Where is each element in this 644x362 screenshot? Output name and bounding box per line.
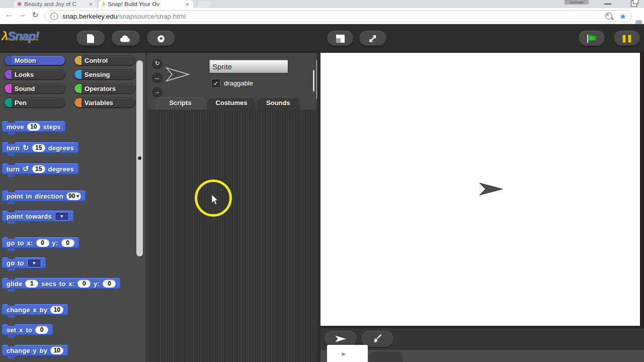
profile-chip[interactable]: Samuel [565, 0, 589, 5]
block-input[interactable]: 0 [77, 280, 91, 288]
sprite-name-input[interactable] [209, 59, 288, 73]
block-label: go to [7, 259, 24, 267]
browser-tab-snap[interactable]: λSnap! Build Your Ov× [99, 0, 193, 8]
block-dropdown-menu[interactable]: ▾ [55, 212, 69, 221]
category-looks[interactable]: Looks [4, 69, 65, 79]
block-dropdown-menu[interactable]: ▾ [27, 259, 41, 267]
palette-block-go-to-xy[interactable]: go to x:0y:0 [2, 237, 79, 249]
block-input[interactable]: 0 [103, 280, 116, 288]
palette-block-change-y-by[interactable]: change y by10 [2, 344, 68, 356]
block-dropdown-input[interactable]: 90▾ [66, 192, 81, 200]
palette-block-go-to[interactable]: go to▾ [2, 257, 46, 269]
browser-tab-bjc[interactable]: ❊Beauty and Joy of C× [14, 0, 97, 8]
block-label: y: [94, 280, 100, 288]
palette-block-point-in-direction[interactable]: point in direction90▾ [2, 190, 86, 202]
palette-block-point-towards[interactable]: point towards▾ [2, 210, 74, 222]
green-flag-icon [586, 34, 597, 43]
block-label: turn [7, 165, 20, 173]
block-input[interactable]: 10 [50, 346, 63, 354]
block-input[interactable]: 10 [27, 123, 40, 131]
category-sensing[interactable]: Sensing [74, 69, 135, 79]
category-label: Operators [85, 85, 116, 93]
tab-costumes[interactable]: Costumes [207, 97, 256, 110]
lambda-icon: λ [2, 29, 8, 43]
stage[interactable] [320, 53, 640, 326]
category-variables[interactable]: Variables [74, 98, 135, 108]
category-label: Motion [15, 57, 36, 64]
info-icon[interactable]: i [50, 13, 58, 20]
palette-block-set-x-to[interactable]: set x to0 [2, 324, 53, 336]
block-input[interactable]: 15 [32, 144, 45, 152]
bookmark-star-icon[interactable]: ★ [619, 12, 626, 21]
block-input[interactable]: 1 [25, 280, 38, 288]
block-palette: MotionLooksSoundPenControlSensingOperato… [0, 53, 147, 362]
rotate-left-right-button[interactable]: ↔ [152, 72, 163, 82]
block-input[interactable]: 15 [32, 165, 45, 173]
zoom-in-icon[interactable] [605, 13, 612, 20]
block-input[interactable]: 0 [36, 239, 49, 247]
stage-small-icon [336, 35, 345, 43]
category-label: Sensing [85, 71, 110, 78]
tile-sprite-arrow [341, 352, 346, 356]
window-maximize-button[interactable] [631, 1, 637, 7]
snap-logo[interactable]: λSnap! [2, 29, 39, 43]
palette-block-change-x-by[interactable]: change x by10 [2, 304, 68, 316]
tab-title: Snap! Build Your Ov [108, 1, 182, 7]
palette-block-turn-ccw[interactable]: turn↺15degrees [2, 163, 79, 175]
green-flag-button[interactable] [579, 31, 605, 46]
tab-scripts[interactable]: Scripts [155, 97, 206, 110]
sprite-corral-tile-selected[interactable] [327, 345, 368, 362]
category-sound[interactable]: Sound [4, 83, 65, 94]
sprite-corral-tile[interactable] [369, 351, 403, 362]
palette-block-turn-cw[interactable]: turn↻15degrees [2, 142, 79, 154]
tab-close-icon[interactable]: × [185, 1, 190, 8]
cloud-menu-button[interactable] [112, 31, 140, 46]
category-color-cap [5, 84, 12, 93]
category-color-cap [74, 84, 82, 93]
sprite-corral [320, 326, 644, 362]
small-stage-button[interactable] [327, 31, 353, 46]
pause-button[interactable] [614, 31, 640, 46]
back-icon[interactable]: ← [3, 10, 15, 20]
settings-menu-button[interactable] [147, 31, 175, 46]
block-input[interactable]: 10 [50, 306, 63, 314]
rotate-none-button[interactable]: → [152, 86, 163, 97]
rotate-freely-button[interactable]: ↻ [152, 58, 163, 68]
tab-sounds[interactable]: Sounds [257, 97, 300, 110]
scripts-canvas[interactable] [147, 110, 317, 362]
block-label: point in direction [7, 193, 63, 200]
sprite-thumbnail-arrow [166, 66, 190, 83]
block-label: point towards [7, 213, 52, 220]
palette-scroll-dot [138, 156, 141, 160]
block-input[interactable]: 0 [35, 326, 48, 334]
block-input[interactable]: 0 [61, 239, 74, 247]
draggable-label: draggable [224, 79, 253, 87]
tab-title: Beauty and Joy of C [24, 1, 86, 7]
sprite-editor-column: ↻↔→ ✓ draggable ScriptsCostumesSounds [147, 53, 320, 362]
block-label: change x by [7, 306, 47, 314]
palette-block-glide[interactable]: glide1secs to x:0y:0 [2, 278, 121, 290]
category-color-cap [74, 56, 82, 65]
turn-ccw-icon: ↺ [23, 164, 29, 173]
draggable-checkbox[interactable]: ✓ [211, 79, 220, 88]
palette-block-move-steps[interactable]: move10steps [2, 121, 66, 133]
url-text[interactable]: snap.berkeley.edu/snapsource/snap.html [62, 13, 605, 20]
file-menu-button[interactable] [76, 31, 105, 46]
diagonal-resize-icon [368, 34, 377, 43]
block-label: set x to [7, 326, 32, 334]
checkmark-icon: ✓ [213, 80, 218, 87]
sprite-arrow[interactable] [479, 182, 503, 196]
category-control[interactable]: Control [74, 55, 135, 65]
panel-scrollbar-inner[interactable] [313, 70, 314, 92]
address-bar[interactable]: i snap.berkeley.edu/snapsource/snap.html… [44, 10, 632, 22]
window-minimize-button[interactable] [604, 4, 611, 5]
forward-icon[interactable]: → [16, 10, 28, 20]
grow-stage-button[interactable] [359, 31, 386, 46]
block-label: secs to x: [41, 280, 74, 288]
block-label: turn [7, 144, 20, 152]
category-pen[interactable]: Pen [4, 98, 65, 108]
category-operators[interactable]: Operators [74, 83, 135, 94]
category-motion[interactable]: Motion [4, 55, 65, 65]
tab-close-icon[interactable]: × [88, 1, 93, 8]
reload-icon[interactable]: ↻ [29, 11, 41, 20]
